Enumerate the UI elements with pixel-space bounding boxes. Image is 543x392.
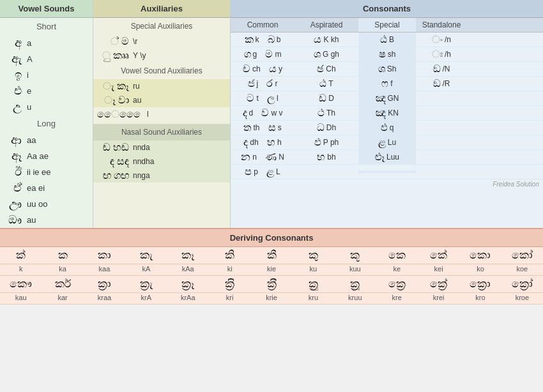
deriving-latin-cell: kruu	[334, 293, 376, 304]
aux-row: ෙෙ ෙෙෙl	[93, 107, 230, 121]
vowel-sounds-header: Vowel Sounds	[0, 0, 93, 18]
consonants-grid: ක k බ bය K khඨ Bං /nග g ම mශ G ghෂ shඃ /…	[231, 33, 543, 179]
consonant-row: ක k බ bය K khඨ Bං /n	[231, 33, 543, 47]
deriving-row2-latin: kaukarkraakrAkrAakrikriekrukruukrekreikr…	[0, 293, 543, 305]
nasal-sinhala: ඬ හඬ	[97, 142, 129, 153]
con-latin: w v	[271, 109, 282, 117]
vowel-row: ඇA	[0, 51, 93, 67]
sinhala-char: එ	[6, 84, 22, 98]
con-latin: y	[279, 64, 282, 73]
aux-sinhala: ැ කෑ	[97, 80, 129, 92]
con-sinhala: ං	[432, 34, 443, 45]
con-common: ග g ම m	[231, 47, 294, 61]
deriving-latin-cell: koe	[501, 264, 543, 275]
deriving-sinhala-cell: ක‍්‍රේ	[418, 276, 459, 292]
con-latin: KN	[388, 109, 399, 117]
con-latin: dh	[250, 138, 258, 147]
con-latin: GN	[388, 94, 399, 103]
deriving-sinhala-cell: කා	[84, 247, 125, 264]
con-standalone	[416, 97, 467, 100]
con-sinhala: බ	[268, 34, 275, 45]
aux-latin: l	[147, 110, 149, 119]
con-special: ෆ f	[358, 77, 416, 91]
consonants-subheader: Common Aspirated Special Standalone	[231, 18, 543, 33]
deriving-sinhala-cell: ක‍්‍රෝ	[501, 276, 543, 292]
con-aspirated: ධ Dh	[294, 121, 358, 135]
deriving-sinhala-cell: කෑ	[167, 247, 209, 264]
deriving-latin-cell: kaa	[84, 264, 125, 275]
con-latin: bh	[327, 153, 335, 162]
deriving-sinhala-cell: ක්	[0, 247, 42, 264]
con-sinhala: ඤ	[376, 93, 386, 104]
con-sinhala: ද	[243, 137, 248, 148]
consonant-row: ද d ව w vථ Thඤ KN	[231, 106, 543, 121]
con-latin: Th	[326, 109, 335, 117]
deriving-sinhala-cell: ක‍්‍රෙ	[376, 276, 418, 292]
auxiliaries-panel: Auxiliaries Special Auxiliaries ් ම\rු ක…	[93, 0, 230, 228]
con-sinhala: ස	[268, 122, 276, 133]
long-title: Long	[0, 115, 93, 132]
con-sinhala: ඞ	[433, 78, 441, 89]
deriving-latin-cell: kro	[459, 293, 501, 304]
deriving-latin-cell: krei	[418, 293, 459, 304]
con-common: ට t ල l	[231, 91, 294, 105]
deriving-sinhala-cell: ක‍්‍රූ	[334, 276, 376, 292]
aux-sinhala: ෑ වා	[97, 94, 129, 106]
con-aspirated: ඩ D	[294, 91, 358, 105]
con-special: ෂ sh	[358, 47, 416, 61]
con-sinhala: ප	[245, 166, 252, 177]
con-common: ජ j ර r	[231, 77, 294, 91]
deriving-sinhala-cell: කේ	[418, 247, 459, 264]
sinhala-char: ආ	[6, 133, 22, 147]
deriving-sinhala-cell: කැ	[125, 247, 167, 264]
con-common: ද dh හ h	[231, 135, 294, 149]
con-sinhala: ව	[261, 107, 269, 119]
vowel-row: ඌuu oo	[0, 196, 93, 212]
aux-sinhala: ු කෲ	[97, 50, 129, 61]
vowel-sound-aux-title: Vowel Sound Auxiliaries	[93, 63, 230, 79]
vowel-sounds-panel: Vowel Sounds Short අaඇAඉiඑeඋu Long ආaaඈA…	[0, 0, 93, 228]
main-container: Vowel Sounds Short අaඇAඉiඑeඋu Long ආaaඈA…	[0, 0, 543, 305]
deriving-latin-cell: kraa	[84, 293, 125, 304]
deriving-sinhala-cell: කූ	[334, 247, 376, 264]
deriving-sinhala-cell: කො	[459, 247, 501, 264]
header-special: Special	[358, 18, 416, 32]
deriving-sinhala-cell: ක‍්‍රි	[209, 276, 250, 292]
con-aspirated: භ bh	[294, 150, 358, 164]
con-sinhala: ඃ	[432, 49, 443, 60]
con-latin: th	[253, 123, 259, 132]
con-sinhala: ච	[243, 63, 250, 75]
con-sinhala: ත	[243, 122, 251, 133]
deriving-latin-cell: kru	[293, 293, 334, 304]
deriving-grid: ක්කකාකැකෑකිකීකුකූකෙකේකොකෝ kkakaakAkAakik…	[0, 247, 543, 305]
con-sinhala: ජ	[248, 78, 255, 89]
con-sinhala: ඵ	[314, 137, 321, 148]
con-sinhala: ළ	[378, 137, 386, 148]
deriving-sinhala-cell: ක	[42, 247, 83, 264]
con-aspirated	[294, 170, 358, 173]
deriving-section: Deriving Consonants ක්කකාකැකෑකිකීකුකූකෙක…	[0, 228, 543, 305]
con-sinhala: ල	[267, 93, 275, 104]
consonant-row: ප p ළ L	[231, 165, 543, 179]
con-sinhala: ඨ	[380, 34, 387, 45]
deriving-sinhala-cell: ක‍්‍රෑ	[167, 276, 209, 292]
consonant-row: ට t ල lඩ Dඤ GN	[231, 91, 543, 106]
nasal-section: Nasal Sound Auxiliaries ඬ හඬnndaඳ සඳnndh…	[93, 124, 230, 183]
con-sinhala: ඨ	[319, 78, 326, 89]
sinhala-char: ඈ	[6, 149, 22, 163]
con-latin: /N	[443, 64, 450, 73]
sinhala-char: අ	[6, 36, 22, 50]
con-sinhala: ඡ	[317, 63, 324, 75]
vowel-row: අa	[0, 35, 93, 51]
nasal-latin: nnda	[133, 143, 150, 152]
con-latin: g	[253, 50, 257, 59]
con-aspirated: ය K kh	[294, 33, 358, 47]
con-special: ඤ GN	[358, 91, 416, 105]
deriving-latin-cell: kau	[0, 293, 42, 304]
con-sinhala: ථ	[317, 107, 325, 119]
con-common: ත th ස s	[231, 121, 294, 135]
header-standalone: Standalone	[416, 18, 467, 32]
aux-row: ෑ වාau	[93, 93, 230, 107]
deriving-sinhala-cell: කෝ	[501, 247, 543, 264]
con-latin: B	[389, 35, 394, 44]
